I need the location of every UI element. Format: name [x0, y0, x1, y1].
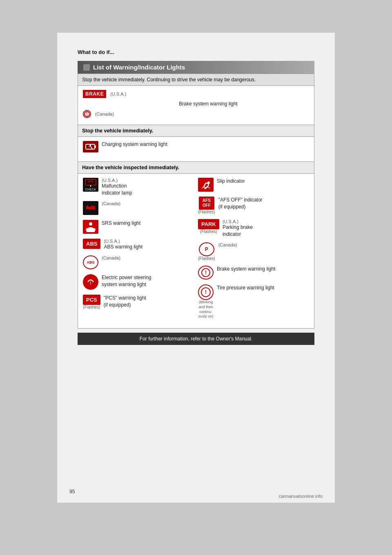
eps-labels: Electric power steering system warning l…: [102, 274, 151, 288]
brake-usa-row: BRAKE (U.S.A.): [83, 90, 309, 98]
abs-label: ABS warning light: [104, 244, 143, 251]
check-text: CHECK: [85, 188, 96, 191]
check-canada-sub: (Canada): [102, 201, 120, 206]
what-to-do-title: What to do if...: [78, 49, 314, 55]
check-canada-item: (Canada): [83, 201, 194, 215]
afs-badge: AFSOFF: [199, 197, 214, 210]
brake-badge: BRAKE: [83, 90, 106, 98]
check-usa-sub: (U.S.A.): [102, 178, 132, 183]
watermark: carmanualsoniine.info: [279, 494, 323, 499]
eps-label2: system warning light: [102, 281, 151, 288]
stop-dangerous-header: Stop the vehicle immediately. Continuing…: [78, 74, 314, 86]
svg-point-9: [89, 222, 92, 226]
park-canada-item: P (Flashes) (Canada): [198, 242, 309, 261]
malfunction-label: Malfunction: [102, 183, 132, 190]
pcs-item: PCS (Flashes) "PCS" warning light (if eq…: [83, 295, 194, 309]
have-vehicle-section: Have the vehicle inspected immediately.: [78, 162, 314, 329]
abs-canada-icon: ABS: [83, 255, 98, 269]
afs-flashes: (Flashes): [198, 210, 215, 214]
brake-warning-label: Brake system warning light: [217, 266, 275, 273]
abs-canada-text: ABS: [87, 260, 94, 264]
svg-line-6: [91, 147, 92, 149]
svg-rect-3: [95, 145, 96, 148]
brake-canada-sublabel: (Canada): [95, 112, 114, 116]
charging-label: Charging system warning light: [102, 141, 167, 148]
park-badge: PARK: [198, 219, 219, 229]
check-usa-labels: (U.S.A.) Malfunction indicator lamp: [102, 178, 132, 197]
page: What to do if... List of Warning/Indicat…: [57, 33, 335, 503]
pcs-badge: PCS: [83, 295, 100, 305]
right-column: Slip indicator AFSOFF (Flashes) "AFS OFF…: [198, 178, 309, 324]
park-usa-sub: (U.S.A.): [223, 219, 253, 224]
svg-text:!: !: [86, 112, 87, 116]
tire-label: Tire pressure warning light: [217, 284, 274, 291]
check-usa-icon: CHECK: [83, 178, 98, 192]
warning-lights-grid: CHECK (U.S.A.) Malfunction indicator lam…: [83, 178, 309, 324]
svg-point-10: [86, 228, 89, 231]
svg-text:!: !: [205, 289, 207, 295]
park-usa-item: PARK (Flashes) (U.S.A.) Parking brake in…: [198, 219, 309, 238]
abs-usa-item: ABS (U.S.A.) ABS warning light: [83, 239, 194, 251]
stop-immediately-section: Stop the vehicle immediately. Charging s…: [78, 125, 314, 162]
svg-text:!: !: [90, 281, 91, 286]
brake-system-label: Brake system warning light: [179, 101, 237, 107]
srs-label: SRS warning light: [102, 220, 140, 227]
svg-text:!: !: [205, 270, 207, 275]
eps-item: ! Electric power steering system warning…: [83, 274, 194, 290]
slip-item: Slip indicator: [198, 178, 309, 192]
charging-item: Charging system warning light: [83, 141, 309, 152]
brake-section-body: BRAKE (U.S.A.) Brake system warning ligh…: [78, 86, 314, 125]
left-column: CHECK (U.S.A.) Malfunction indicator lam…: [83, 178, 194, 324]
have-vehicle-header: Have the vehicle inspected immediately.: [78, 162, 314, 174]
afs-label2: (if equipped): [218, 204, 263, 210]
svg-point-14: [207, 181, 210, 184]
charging-section-body: Charging system warning light: [78, 137, 314, 161]
tire-icon: !: [198, 284, 214, 300]
section-header: List of Warning/Indicator Lights: [78, 61, 314, 74]
check-usa-item: CHECK (U.S.A.) Malfunction indicator lam…: [83, 178, 194, 197]
brake-usa-sublabel: (U.S.A.): [110, 92, 126, 96]
check-icon-col: CHECK: [83, 178, 98, 192]
pcs-label2: (if equipped): [104, 302, 146, 309]
stop-immediately-header: Stop the vehicle immediately.: [78, 125, 314, 137]
section-title: List of Warning/Indicator Lights: [93, 64, 185, 71]
park-canada-sub: (Canada): [218, 242, 237, 247]
park-label2: indicator: [223, 231, 253, 238]
srs-icon: [83, 220, 98, 234]
svg-rect-7: [85, 179, 96, 185]
stop-dangerous-section: Stop the vehicle immediately. Continuing…: [78, 74, 314, 125]
slip-label: Slip indicator: [217, 178, 245, 185]
eps-label: Electric power steering: [102, 274, 151, 281]
srs-item: SRS warning light: [83, 220, 194, 234]
brake-canada-icon: !: [83, 110, 91, 118]
pcs-label: "PCS" warning light: [104, 295, 146, 302]
slip-icon: [198, 178, 214, 192]
park-canada-p: P: [205, 246, 208, 252]
tire-continu: continu-: [198, 310, 214, 315]
afs-label: "AFS OFF" indicator: [218, 197, 263, 204]
brake-warning-icon: !: [198, 266, 214, 280]
brake-canada-row: ! (Canada): [83, 110, 309, 118]
canada-engine-icon: [83, 201, 98, 215]
park-flashes: (Flashes): [200, 229, 217, 234]
tire-blinking: (Blinking: [198, 300, 214, 305]
tire-blinking-labels: (Blinking and then continu- ously on): [198, 300, 214, 319]
tire-icon-col: ! (Blinking and then continu- ously on): [198, 284, 214, 319]
brake-canada-inner-icon: !: [83, 110, 91, 118]
brake-warning-item: ! Brake system warning light: [198, 266, 309, 280]
eps-icon: !: [83, 274, 98, 290]
pcs-icon-col: PCS (Flashes): [83, 295, 100, 309]
footer-bar: For further information, refer to the Ow…: [78, 333, 314, 345]
page-number: 95: [69, 489, 75, 495]
abs-usa-labels: (U.S.A.) ABS warning light: [104, 239, 143, 251]
section-header-icon: [83, 64, 90, 71]
pcs-labels: "PCS" warning light (if equipped): [104, 295, 146, 309]
footer-label: For further information, refer to the Ow…: [140, 336, 252, 342]
park-canada-icon: P: [199, 242, 214, 256]
afs-labels: "AFS OFF" indicator (if equipped): [218, 197, 263, 210]
tire-and-then: and then: [198, 305, 214, 310]
abs-usa-sub: (U.S.A.): [104, 239, 143, 244]
afs-item: AFSOFF (Flashes) "AFS OFF" indicator (if…: [198, 197, 309, 214]
tire-ously: ously on): [198, 314, 214, 319]
abs-canada-item: ABS (Canada): [83, 255, 194, 269]
